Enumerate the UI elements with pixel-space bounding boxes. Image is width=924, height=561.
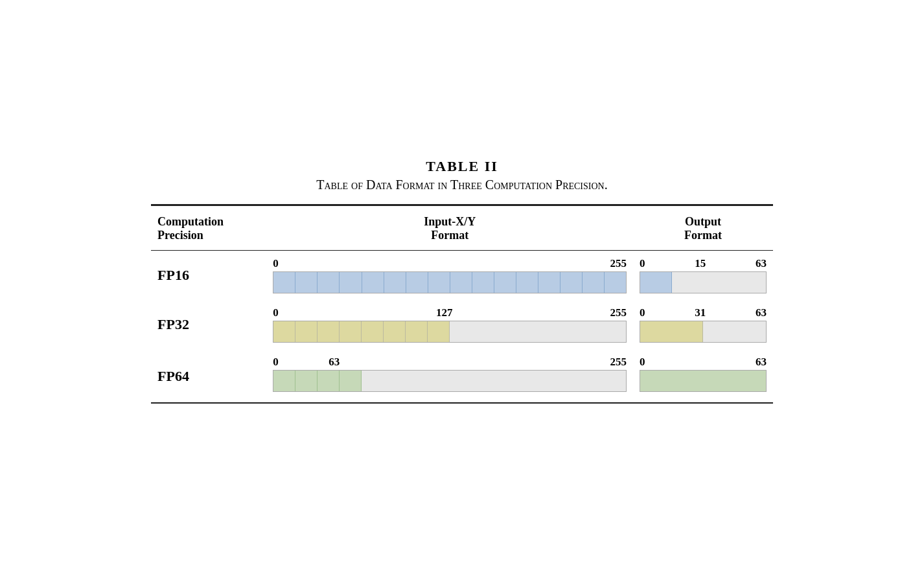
precision-label-fp32: FP32 (151, 300, 266, 349)
fp32-out-filled (640, 321, 703, 342)
fp16-out-unfilled (672, 272, 766, 293)
input-bar-fp16: 0 255 (266, 250, 633, 300)
fp16-input-bar-visual (273, 271, 627, 293)
fp32-output-labels: 0 31 63 (640, 306, 767, 319)
fp32-out-unfilled (703, 321, 766, 342)
fp64-input-bar-visual (273, 370, 627, 392)
fp32-input-label-255: 255 (610, 306, 627, 319)
page-wrapper: TABLE II Table of Data Format in Three C… (138, 132, 786, 429)
fp16-input-labels: 0 255 (273, 257, 627, 270)
fp32-bar-filled (273, 321, 450, 342)
fp16-input-label-0: 0 (273, 257, 279, 270)
col-header-input: Input-X/YFormat (266, 206, 633, 251)
fp32-output-bar-visual (640, 321, 767, 343)
fp16-bar-filled (273, 272, 626, 293)
output-bar-fp32: 0 31 63 (633, 300, 773, 349)
input-bar-fp32: 0 127 255 (266, 300, 633, 349)
fp16-out-label-63: 63 (756, 257, 767, 270)
table-title-sub: Table of Data Format in Three Computatio… (151, 177, 773, 192)
table-header-row: ComputationPrecision Input-X/YFormat Out… (151, 206, 773, 251)
fp64-bar-grid (273, 371, 361, 391)
fp64-bar-unfilled (362, 371, 626, 391)
fp16-out-filled (640, 272, 671, 293)
fp64-input-label-0: 0 (273, 356, 279, 369)
table-title-main: TABLE II (151, 158, 773, 175)
fp64-output-labels: 0 63 (640, 356, 767, 369)
table-row-fp64: FP64 0 63 255 (151, 349, 773, 402)
table-bottom-rule (151, 402, 773, 404)
fp16-out-label-0: 0 (640, 257, 645, 270)
input-bar-fp64: 0 63 255 (266, 349, 633, 402)
table-row-fp32: FP32 0 127 255 (151, 300, 773, 349)
fp16-output-labels: 0 15 63 (640, 257, 767, 270)
fp64-bar-filled (273, 371, 362, 391)
fp32-out-label-63: 63 (756, 306, 767, 319)
fp32-input-label-127: 127 (436, 306, 453, 319)
col-header-output: OutputFormat (633, 206, 773, 251)
fp64-output-bar-visual (640, 370, 767, 392)
fp64-input-labels: 0 63 255 (273, 356, 627, 369)
data-table: ComputationPrecision Input-X/YFormat Out… (151, 206, 773, 402)
output-bar-fp16: 0 15 63 (633, 250, 773, 300)
fp32-bar-unfilled (450, 321, 626, 342)
fp32-input-bar-visual (273, 321, 627, 343)
fp64-input-label-255: 255 (610, 356, 627, 369)
output-bar-fp64: 0 63 (633, 349, 773, 402)
fp32-input-label-0: 0 (273, 306, 279, 319)
table-container: ComputationPrecision Input-X/YFormat Out… (151, 204, 773, 404)
precision-label-fp64: FP64 (151, 349, 266, 402)
fp64-out-label-0: 0 (640, 356, 645, 369)
precision-label-fp16: FP16 (151, 250, 266, 300)
fp16-input-label-255: 255 (610, 257, 627, 270)
fp16-output-bar-visual (640, 271, 767, 293)
fp32-out-label-31: 31 (695, 306, 706, 319)
table-title: TABLE II Table of Data Format in Three C… (151, 158, 773, 192)
fp64-out-filled (640, 371, 766, 391)
fp16-out-label-15: 15 (695, 257, 706, 270)
fp32-bar-grid (273, 321, 449, 342)
fp16-bar-grid (273, 272, 626, 293)
fp64-input-label-63: 63 (329, 356, 340, 369)
fp32-input-labels: 0 127 255 (273, 306, 627, 319)
fp32-out-label-0: 0 (640, 306, 645, 319)
col-header-precision: ComputationPrecision (151, 206, 266, 251)
table-row-fp16: FP16 0 255 (151, 250, 773, 300)
fp64-out-label-63: 63 (756, 356, 767, 369)
